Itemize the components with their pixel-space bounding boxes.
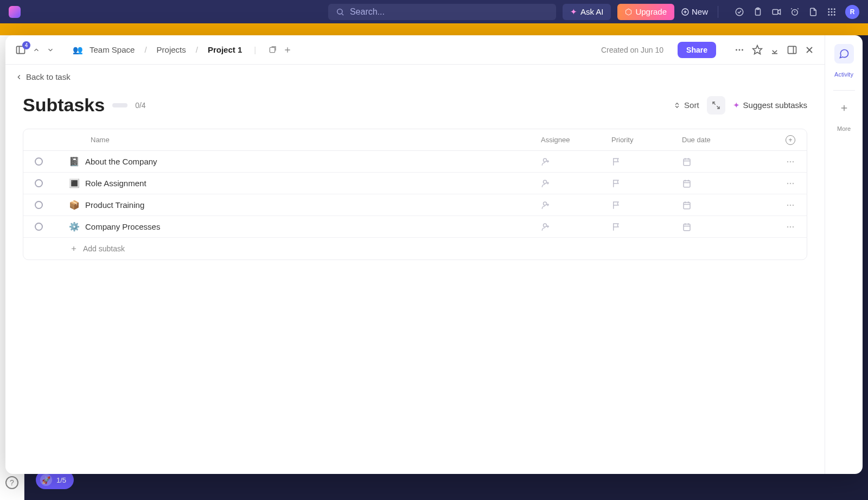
help-button[interactable]: ? (5, 476, 18, 489)
status-toggle[interactable] (35, 223, 43, 231)
collapse-button[interactable] (707, 96, 725, 115)
modal-header: 4 👥 Team Space / Projects / Project 1 | … (5, 35, 825, 65)
plus-icon (839, 103, 849, 113)
check-circle-icon[interactable] (735, 7, 744, 17)
upgrade-button[interactable]: ⬡ Upgrade (617, 4, 674, 20)
svg-point-18 (831, 11, 833, 12)
row-more-icon[interactable] (785, 200, 796, 211)
add-subtask-button[interactable]: Add subtask (23, 238, 807, 260)
status-toggle[interactable] (35, 179, 43, 187)
search-input[interactable]: Search... (328, 4, 556, 20)
svg-point-29 (739, 49, 741, 50)
breadcrumb-space[interactable]: Team Space (90, 45, 135, 54)
new-button[interactable]: New (681, 7, 708, 16)
due-date-icon[interactable] (682, 222, 692, 232)
table-row[interactable]: ⚙️ Company Processes (23, 216, 807, 238)
activity-label: Activity (834, 71, 853, 78)
collapse-icon (712, 101, 720, 110)
star-icon[interactable] (752, 45, 763, 55)
avatar[interactable]: R (845, 5, 859, 19)
breadcrumb-folder[interactable]: Projects (157, 45, 186, 54)
priority-flag-icon[interactable] (611, 179, 621, 188)
svg-rect-42 (684, 159, 690, 165)
new-window-icon[interactable] (268, 46, 277, 54)
progress-bar (112, 103, 127, 107)
subtasks-table: Name Assignee Priority Due date + 📓 Abou… (23, 129, 807, 260)
svg-point-22 (834, 14, 835, 15)
modal-side-rail: Activity More (825, 35, 863, 474)
svg-point-0 (337, 9, 342, 14)
row-more-icon[interactable] (785, 178, 796, 189)
row-more-icon[interactable] (785, 221, 796, 232)
doc-icon[interactable] (808, 7, 818, 17)
app-logo[interactable] (9, 6, 21, 18)
svg-point-78 (793, 226, 794, 227)
suggest-subtasks-button[interactable]: ✦ Suggest subtasks (733, 100, 807, 110)
activity-tab[interactable] (834, 44, 854, 64)
priority-flag-icon[interactable] (611, 200, 621, 210)
due-date-icon[interactable] (682, 179, 692, 188)
priority-flag-icon[interactable] (611, 222, 621, 232)
next-task-button[interactable] (47, 46, 54, 54)
chat-icon (839, 48, 850, 59)
rocket-icon: 🚀 (40, 474, 52, 486)
record-icon[interactable] (771, 7, 781, 17)
table-row[interactable]: 📦 Product Training (23, 194, 807, 216)
upgrade-label: Upgrade (635, 7, 667, 16)
share-label: Share (686, 46, 707, 54)
search-icon (336, 8, 344, 16)
alarm-icon[interactable] (790, 7, 800, 17)
due-date-icon[interactable] (682, 200, 692, 210)
assignee-add-icon[interactable] (541, 179, 551, 188)
back-to-task-label: Back to task (26, 72, 71, 81)
task-modal: 4 👥 Team Space / Projects / Project 1 | … (5, 35, 863, 474)
status-toggle[interactable] (35, 157, 43, 166)
add-column-button[interactable]: + (786, 135, 795, 145)
task-name-label: About the Company (85, 157, 157, 166)
apps-grid-icon[interactable] (827, 7, 837, 17)
ask-ai-button[interactable]: ✦ Ask AI (563, 4, 611, 20)
svg-point-28 (736, 49, 737, 50)
more-label: More (837, 125, 851, 132)
task-emoji: 🔳 (69, 178, 80, 188)
minimize-icon[interactable] (769, 45, 780, 55)
row-more-icon[interactable] (785, 156, 796, 167)
svg-marker-9 (778, 9, 781, 14)
status-toggle[interactable] (35, 201, 43, 209)
table-row[interactable]: 🔳 Role Assignment (23, 173, 807, 194)
svg-point-58 (793, 182, 794, 184)
due-date-icon[interactable] (682, 157, 692, 167)
add-action-icon[interactable] (283, 46, 292, 54)
sidebar-toggle[interactable]: 4 (15, 45, 26, 55)
created-on-text: Created on Jun 10 (601, 46, 663, 54)
priority-flag-icon[interactable] (611, 157, 621, 167)
more-side-button[interactable] (834, 98, 854, 118)
expand-panel-icon[interactable] (787, 45, 797, 55)
svg-point-76 (787, 226, 789, 227)
task-emoji: 📓 (69, 156, 80, 167)
table-row[interactable]: 📓 About the Company (23, 151, 807, 173)
panel-badge: 4 (22, 41, 30, 49)
more-menu-button[interactable] (733, 44, 745, 56)
assignee-add-icon[interactable] (541, 200, 551, 210)
share-button[interactable]: Share (678, 42, 716, 58)
svg-rect-52 (684, 180, 690, 187)
back-to-task-button[interactable]: Back to task (5, 65, 825, 89)
search-placeholder: Search... (350, 7, 385, 17)
svg-point-46 (787, 161, 789, 162)
breadcrumb-list[interactable]: Project 1 (208, 45, 242, 54)
add-subtask-label: Add subtask (83, 244, 125, 253)
prev-task-button[interactable] (33, 46, 40, 54)
task-emoji: 📦 (69, 200, 80, 210)
assignee-add-icon[interactable] (541, 157, 551, 167)
svg-point-59 (544, 202, 547, 205)
close-icon[interactable] (804, 45, 815, 55)
svg-point-67 (790, 204, 792, 206)
clipboard-icon[interactable] (753, 7, 763, 17)
sort-button[interactable]: Sort (673, 100, 699, 110)
avatar-initial: R (850, 8, 855, 16)
assignee-add-icon[interactable] (541, 222, 551, 232)
col-assignee: Assignee (535, 136, 606, 144)
promo-banner (0, 23, 868, 35)
plus-circle-icon (681, 8, 690, 16)
